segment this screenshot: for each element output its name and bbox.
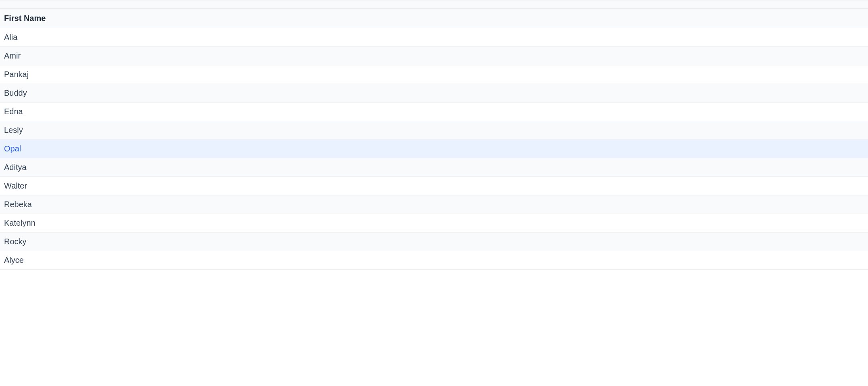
cell-first-name: Edna — [0, 103, 868, 121]
table-row[interactable]: Rocky — [0, 233, 868, 251]
table-row[interactable]: Pankaj — [0, 65, 868, 84]
cell-first-name: Lesly — [0, 121, 868, 140]
table-row[interactable]: Alia — [0, 28, 868, 47]
table-row[interactable]: Aditya — [0, 158, 868, 177]
table-header-row: First Name — [0, 9, 868, 28]
table-row[interactable]: Amir — [0, 47, 868, 65]
table-row[interactable]: Rebeka — [0, 195, 868, 214]
table-scroll-container[interactable]: First Name AliaAmirPankajBuddyEdnaLeslyO… — [0, 0, 868, 281]
table-row[interactable]: Buddy — [0, 84, 868, 103]
cell-first-name: Rebeka — [0, 195, 868, 214]
table-row[interactable]: Opal — [0, 140, 868, 158]
cell-first-name: Amir — [0, 47, 868, 65]
cell-first-name: Alia — [0, 28, 868, 47]
table-row[interactable]: Alyce — [0, 251, 868, 270]
cell-first-name: Aditya — [0, 158, 868, 177]
cell-first-name: Alyce — [0, 251, 868, 270]
cell-first-name: Katelynn — [0, 214, 868, 233]
cell-first-name: Opal — [0, 140, 868, 158]
table-row[interactable]: Katelynn — [0, 214, 868, 233]
cell-first-name: Pankaj — [0, 65, 868, 84]
scroll-padding — [0, 270, 868, 281]
table-row[interactable]: Walter — [0, 177, 868, 195]
table-row[interactable]: Edna — [0, 103, 868, 121]
names-table: First Name AliaAmirPankajBuddyEdnaLeslyO… — [0, 9, 868, 270]
column-header-first-name[interactable]: First Name — [0, 9, 868, 28]
cell-first-name: Rocky — [0, 233, 868, 251]
cell-first-name: Walter — [0, 177, 868, 195]
top-spacer — [0, 0, 868, 9]
table-row[interactable]: Lesly — [0, 121, 868, 140]
cell-first-name: Buddy — [0, 84, 868, 103]
